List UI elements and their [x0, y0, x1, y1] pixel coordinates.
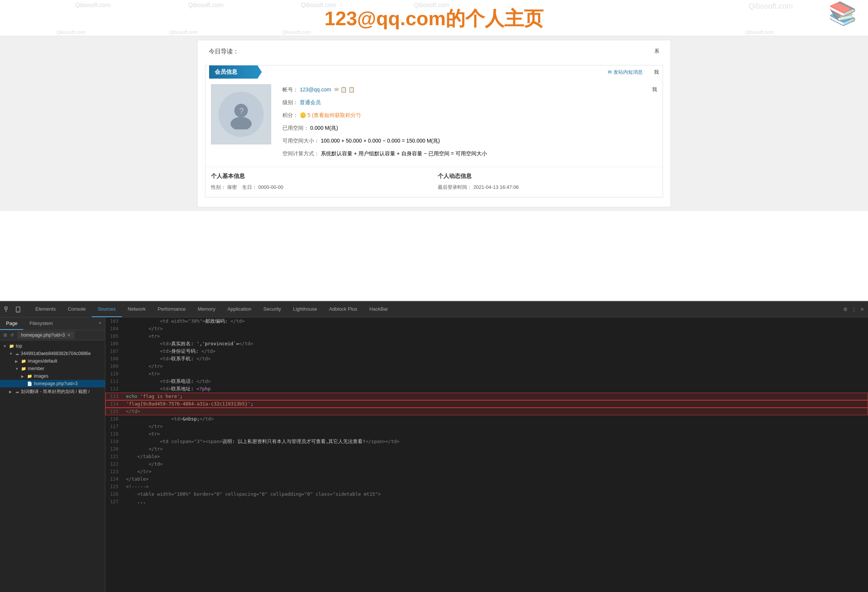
line-content: </table> — [122, 475, 868, 483]
code-editor: 103 <td width="30%">邮政编码: </td>104 </tr>… — [105, 317, 868, 592]
line-content: <td>联系手机: </td> — [122, 355, 868, 363]
file-toolbar: ⊞ ↺ homepage.php?uid=3 ✕ — [0, 330, 105, 340]
line-number: 120 — [105, 445, 122, 453]
personal-basic-section: 个人基本信息 性别： 保密 生日： 0000-00-00 — [211, 173, 430, 191]
line-content: echo 'flag is here'; — [122, 393, 868, 400]
line-content: <td width="30%">邮政编码: </td> — [122, 317, 868, 325]
tree-item-trans[interactable]: ▶ ☁ 划词翻译 - 简单好用的划词 / 截图 / — [0, 387, 105, 396]
svg-rect-3 — [5, 307, 7, 309]
code-line-124: 124</table> — [105, 475, 868, 483]
line-content: ... — [122, 498, 868, 505]
svg-point-1 — [231, 117, 252, 129]
svg-text:?: ? — [239, 106, 244, 115]
line-content: </tr> — [122, 468, 868, 475]
right-col: 我 — [652, 84, 657, 93]
website-content-bg: 今日导读： 系 会员信息 ✉ 发站内短消息 我 — [0, 36, 868, 211]
personal-info-grid: 个人基本信息 性别： 保密 生日： 0000-00-00 个人动态信息 最后登录 — [205, 167, 663, 197]
tab-memory[interactable]: Memory — [192, 302, 222, 317]
line-number: 118 — [105, 430, 122, 438]
new-file-icon[interactable]: ⊞ — [2, 332, 9, 339]
line-number: 116 — [105, 415, 122, 423]
devtools-icon-group — [4, 306, 22, 313]
refresh-icon[interactable]: ↺ — [9, 332, 15, 339]
tab-application[interactable]: Application — [222, 302, 258, 317]
member-avatar: ? — [211, 84, 271, 144]
tab-adblock[interactable]: Adblock Plus — [323, 302, 363, 317]
mobile-icon[interactable] — [14, 306, 22, 313]
tab-hackbar[interactable]: HackBar — [363, 302, 394, 317]
level-row: 级别： 普通会员 — [282, 97, 641, 108]
used-space-value: 0.000 M(兆) — [310, 125, 338, 131]
line-number: 104 — [105, 325, 122, 332]
tree-item-images-default[interactable]: ▶ 📁 images/default — [0, 357, 105, 365]
last-login-item: 最后登录时间： 2021-04-13 16:47:06 — [438, 183, 657, 191]
account-link[interactable]: 123@qq.com — [300, 87, 331, 93]
inspect-icon[interactable] — [4, 306, 11, 313]
line-number: 126 — [105, 490, 122, 498]
code-line-125: 125<!-----> — [105, 483, 868, 490]
page-title: 123@qq.com的个人主页 — [325, 6, 543, 32]
line-number: 119 — [105, 438, 122, 445]
website-header: Qibosoft.com Qibosoft.com Qibosoft.com Q… — [0, 0, 868, 36]
code-line-121: 121 </table> — [105, 453, 868, 460]
devtools-panel: Elements Console Sources Network Perform… — [0, 301, 868, 592]
line-content: </td> — [122, 460, 868, 468]
tab-console[interactable]: Console — [62, 302, 92, 317]
devtools-settings-icon[interactable]: ⚙ — [843, 307, 848, 312]
tab-lighthouse[interactable]: Lighthouse — [287, 302, 323, 317]
line-content: <!-----> — [122, 483, 868, 490]
code-line-107: 107 <td>身份证号码: </td> — [105, 348, 868, 355]
code-line-116: 116 <td>&nbsp;</td> — [105, 415, 868, 423]
line-number: 109 — [105, 363, 122, 370]
tree-item-homepage[interactable]: 📄 homepage.php?uid=3 — [0, 380, 105, 387]
left-tab-filesystem[interactable]: Filesystem — [23, 317, 59, 330]
code-line-114: 114'flag{9c0ad459-7576-4884-a31a-c32c119… — [105, 400, 868, 408]
tab-elements[interactable]: Elements — [29, 302, 62, 317]
tab-security[interactable]: Security — [257, 302, 287, 317]
line-content: </tr> — [122, 445, 868, 453]
line-content: <tr> — [122, 430, 868, 438]
line-number: 114 — [105, 400, 122, 408]
line-content: </tr> — [122, 325, 868, 332]
devtools-toolbar: Elements Console Sources Network Perform… — [0, 302, 868, 317]
tab-sources[interactable]: Sources — [92, 302, 122, 317]
devtools-toolbar-right: ⚙ ⋮ ✕ — [843, 307, 864, 312]
space-calc-row: 空间计算方式： 系统默认容量 + 用户组默认容量 + 自身容量 − 已用空间 =… — [282, 148, 641, 159]
left-tab-page[interactable]: Page — [0, 317, 23, 330]
tree-item-domain[interactable]: ▼ ☁ 344991d0aeb8488382b704c0886e — [0, 350, 105, 357]
line-content: <td>身份证号码: </td> — [122, 348, 868, 355]
level-link[interactable]: 普通会员 — [300, 99, 321, 105]
line-content: <td colspan="3"><span>说明: 以上私密资料只有本人与管理员… — [122, 438, 868, 445]
books-decoration: 📚 — [829, 0, 857, 27]
line-number: 127 — [105, 498, 122, 505]
code-line-115: 115</td> — [105, 408, 868, 415]
used-space-row: 已用空间： 0.000 M(兆) — [282, 123, 641, 133]
tree-item-images[interactable]: ▶ 📁 images — [0, 372, 105, 380]
devtools-close-icon[interactable]: ✕ — [860, 307, 864, 312]
tree-item-top[interactable]: ▼ 📁 top — [0, 342, 105, 350]
content-box: 今日导读： 系 会员信息 ✉ 发站内短消息 我 — [197, 40, 671, 207]
tab-performance[interactable]: Performance — [152, 302, 191, 317]
line-number: 107 — [105, 348, 122, 355]
devtools-right-panel: 103 <td width="30%">邮政编码: </td>104 </tr>… — [105, 317, 868, 592]
gender-item: 性别： 保密 生日： 0000-00-00 — [211, 183, 430, 191]
tab-network[interactable]: Network — [122, 302, 152, 317]
open-file-tab[interactable]: homepage.php?uid=3 ✕ — [17, 331, 74, 339]
code-line-105: 105 <tr> — [105, 332, 868, 340]
avail-space-value: 100.000 + 50.000 + 0.000 − 0.000 = 150.0… — [321, 138, 440, 144]
line-content: <td>联系电话: </td> — [122, 378, 868, 385]
line-number: 105 — [105, 332, 122, 340]
send-message-btn[interactable]: ✉ 发站内短消息 我 — [608, 69, 659, 76]
close-file-tab[interactable]: ✕ — [67, 332, 71, 338]
devtools-menu-icon[interactable]: ⋮ — [851, 307, 856, 312]
code-line-112: 112 <td>联系地址: <?php — [105, 385, 868, 393]
member-info-header: 会员信息 — [209, 65, 262, 79]
member-details: 帐号： 123@qq.com ✉ 📋 📋 级别： 普通会员 积分： 🪙 5 (查… — [282, 84, 641, 161]
member-info-box: 会员信息 ✉ 发站内短消息 我 — [205, 65, 663, 197]
devtools-tabs: Elements Console Sources Network Perform… — [29, 302, 394, 317]
line-content: <td>联系地址: <?php — [122, 385, 868, 393]
line-number: 106 — [105, 340, 122, 348]
line-content: </tr> — [122, 363, 868, 370]
left-tab-more[interactable]: » — [95, 317, 105, 330]
tree-item-member[interactable]: ▼ 📁 member — [0, 365, 105, 372]
